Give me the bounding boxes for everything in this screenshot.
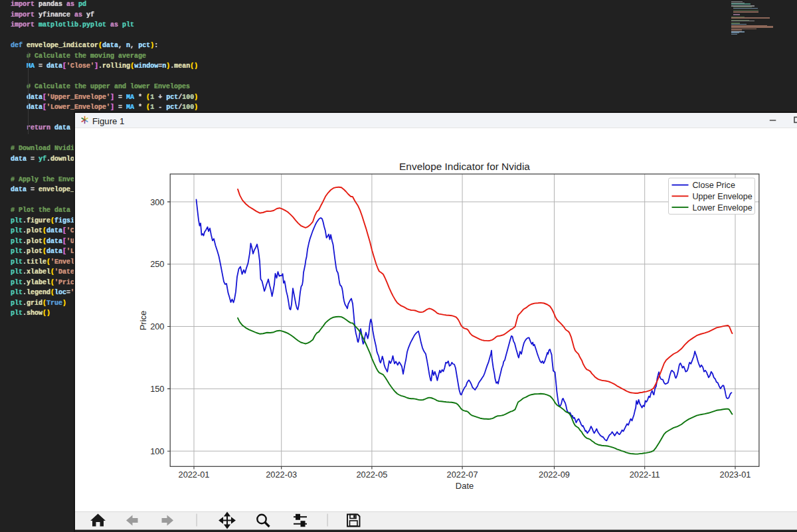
svg-text:Date: Date <box>456 481 474 491</box>
svg-text:Lower Envelope: Lower Envelope <box>693 203 753 213</box>
svg-text:Upper Envelope: Upper Envelope <box>693 192 753 201</box>
svg-text:2023-01: 2023-01 <box>720 470 751 480</box>
svg-text:Envelope Indicator for Nvidia: Envelope Indicator for Nvidia <box>399 161 530 172</box>
svg-text:2022-11: 2022-11 <box>630 470 660 480</box>
svg-text:2022-09: 2022-09 <box>539 470 570 480</box>
svg-text:2022-03: 2022-03 <box>266 470 297 480</box>
svg-text:Close Price: Close Price <box>693 181 735 190</box>
svg-text:2022-07: 2022-07 <box>447 470 478 480</box>
svg-text:2022-01: 2022-01 <box>179 470 210 480</box>
svg-text:300: 300 <box>150 197 164 207</box>
svg-text:200: 200 <box>150 321 164 331</box>
svg-text:100: 100 <box>150 446 164 456</box>
svg-text:Price: Price <box>138 311 148 331</box>
svg-text:2022-05: 2022-05 <box>356 470 387 480</box>
svg-text:150: 150 <box>150 384 164 394</box>
svg-text:250: 250 <box>150 259 164 269</box>
